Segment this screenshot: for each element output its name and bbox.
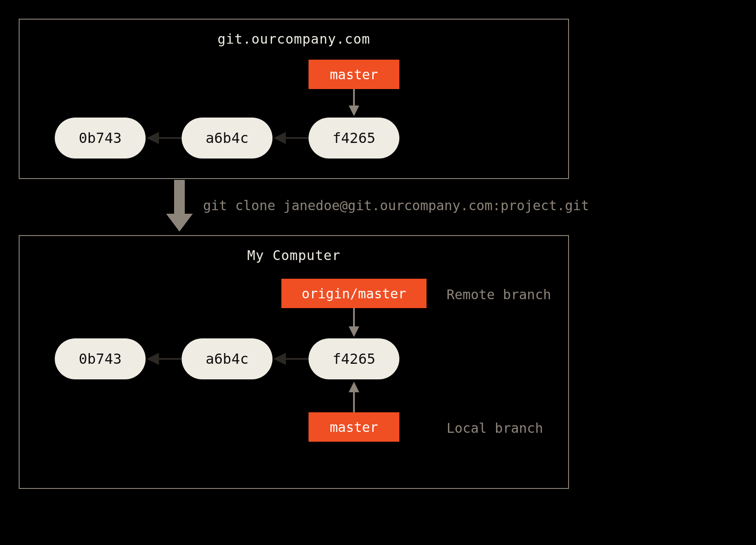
remote-branch-label: Remote branch xyxy=(447,287,551,302)
server-title: git.ourcompany.com xyxy=(20,31,568,47)
branch-label: master xyxy=(330,419,378,435)
commit-hash: a6b4c xyxy=(206,350,248,367)
local-title: My Computer xyxy=(20,248,568,263)
commit-hash: f4265 xyxy=(333,350,375,367)
clone-command: git clone janedoe@git.ourcompany.com:pro… xyxy=(203,198,589,213)
commit-hash: 0b743 xyxy=(79,350,122,367)
commit-hash: 0b743 xyxy=(79,130,122,146)
commit-node: a6b4c xyxy=(182,118,272,159)
commit-node: 0b743 xyxy=(55,338,146,379)
commit-node: 0b743 xyxy=(55,118,146,159)
svg-rect-0 xyxy=(174,180,185,215)
branch-label: origin/master xyxy=(302,286,406,301)
branch-master-server: master xyxy=(309,60,399,89)
commit-node: f4265 xyxy=(309,118,399,159)
commit-hash: f4265 xyxy=(333,130,375,146)
local-branch-label: Local branch xyxy=(447,420,543,436)
branch-master-local: master xyxy=(309,412,399,442)
clone-arrow-icon xyxy=(166,180,193,232)
branch-label: master xyxy=(330,67,378,82)
commit-node: f4265 xyxy=(309,338,399,379)
commit-hash: a6b4c xyxy=(206,130,248,146)
branch-origin-master: origin/master xyxy=(281,279,427,308)
commit-node: a6b4c xyxy=(182,338,272,379)
